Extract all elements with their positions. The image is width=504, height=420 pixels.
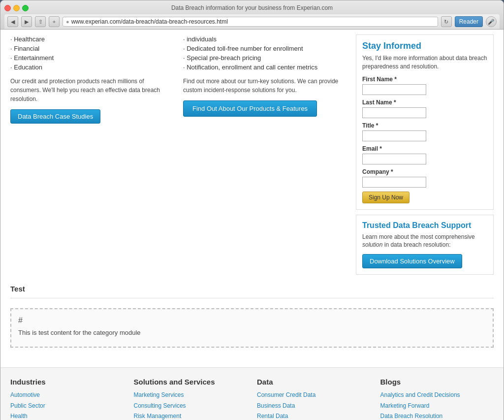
middle-description: Find out more about our turn-key solutio… xyxy=(183,77,344,95)
blogs-title: Blogs xyxy=(380,378,494,386)
minimize-dot[interactable] xyxy=(13,5,20,11)
list-item: Special pre-breach pricing xyxy=(183,53,344,63)
data-title: Data xyxy=(257,378,371,386)
page-title: Data Breach information for your busines… xyxy=(171,4,333,11)
company-input[interactable] xyxy=(362,177,426,188)
list-item: Healthcare xyxy=(10,34,171,44)
footer-industries: Industries Automotive Public Sector Heal… xyxy=(10,378,124,420)
list-item: Financial xyxy=(10,44,171,53)
list-item: Education xyxy=(10,63,171,72)
footer-grid: Industries Automotive Public Sector Heal… xyxy=(10,378,494,420)
left-description: Our credit and protection products reach… xyxy=(10,77,171,103)
last-name-label: Last Name * xyxy=(362,99,487,106)
footer-link[interactable]: Business Data xyxy=(257,401,371,412)
test-divider xyxy=(10,298,494,298)
footer-link[interactable]: Public Sector xyxy=(10,401,124,412)
title-input[interactable] xyxy=(362,130,426,141)
audio-button[interactable]: 🎤 xyxy=(486,16,497,27)
browser-titlebar: Data Breach information for your busines… xyxy=(4,4,500,11)
email-group: Email * xyxy=(362,145,487,164)
list-item: Dedicated toll-free number for enrollmen… xyxy=(183,44,344,53)
url-text: www.experian.com/data-breach/data-breach… xyxy=(71,18,228,25)
stay-informed-desc: Yes, I'd like more information about dat… xyxy=(362,54,487,71)
middle-column: individuals Dedicated toll-free number f… xyxy=(183,34,348,275)
list-item: individuals xyxy=(183,34,344,44)
company-label: Company * xyxy=(362,168,487,175)
footer-link[interactable]: Marketing Services xyxy=(134,390,248,401)
footer-link[interactable]: Consulting Services xyxy=(134,401,248,412)
industries-title: Industries xyxy=(10,378,124,386)
title-label: Title * xyxy=(362,122,487,129)
browser-toolbar: ◀ ▶ ⇧ + ● www.experian.com/data-breach/d… xyxy=(4,14,500,29)
left-column: Healthcare Financial Entertainment Educa… xyxy=(10,34,176,275)
footer-data: Data Consumer Credit Data Business Data … xyxy=(257,378,371,420)
footer-blogs: Blogs Analytics and Credit Decisions Mar… xyxy=(380,378,494,420)
maximize-dot[interactable] xyxy=(22,5,29,11)
company-group: Company * xyxy=(362,168,487,188)
refresh-button[interactable]: ↻ xyxy=(441,16,452,27)
test-box: # This is test content for the category … xyxy=(10,308,494,348)
main-content: Healthcare Financial Entertainment Educa… xyxy=(0,30,504,367)
last-name-group: Last Name * xyxy=(362,99,487,118)
browser-chrome: Data Breach information for your busines… xyxy=(0,0,504,30)
signup-button[interactable]: Sign Up Now xyxy=(362,192,410,203)
stay-informed-box: Stay Informed Yes, I'd like more informa… xyxy=(356,34,494,210)
url-icon: ● xyxy=(66,19,69,25)
trusted-text: Learn more about the most comprehensive … xyxy=(362,233,487,250)
left-bullet-list: Healthcare Financial Entertainment Educa… xyxy=(10,34,171,72)
footer-link[interactable]: Automotive xyxy=(10,390,124,401)
new-tab-button[interactable]: + xyxy=(49,16,60,27)
footer-solutions: Solutions and Services Marketing Service… xyxy=(134,378,248,420)
footer-link[interactable]: Data Breach Resolution xyxy=(380,411,494,420)
download-solutions-button[interactable]: Download Solutions Overview xyxy=(362,254,462,268)
case-studies-button[interactable]: Data Breach Case Studies xyxy=(10,109,100,124)
solutions-title: Solutions and Services xyxy=(134,378,248,386)
close-dot[interactable] xyxy=(4,5,11,11)
footer: Industries Automotive Public Sector Heal… xyxy=(0,367,504,420)
footer-link[interactable]: Rental Data xyxy=(257,411,371,420)
hash-symbol: # xyxy=(18,316,486,325)
email-input[interactable] xyxy=(362,154,426,164)
content-grid: Healthcare Financial Entertainment Educa… xyxy=(10,34,494,275)
first-name-input[interactable] xyxy=(362,84,426,95)
email-label: Email * xyxy=(362,145,487,152)
url-bar[interactable]: ● www.experian.com/data-breach/data-brea… xyxy=(63,17,438,27)
footer-link[interactable]: Risk Management xyxy=(134,411,248,420)
footer-link[interactable]: Health xyxy=(10,411,124,420)
right-sidebar: Stay Informed Yes, I'd like more informa… xyxy=(356,34,494,275)
trusted-section: Trusted Data Breach Support Learn more a… xyxy=(356,215,494,275)
stay-informed-title: Stay Informed xyxy=(362,41,487,51)
middle-bullet-list: individuals Dedicated toll-free number f… xyxy=(183,34,344,72)
forward-button[interactable]: ▶ xyxy=(21,16,32,27)
list-item: Entertainment xyxy=(10,53,171,63)
footer-link[interactable]: Marketing Forward xyxy=(380,401,494,412)
features-button[interactable]: Find Out About Our Products & Features xyxy=(183,100,317,117)
first-name-label: First Name * xyxy=(362,76,487,83)
list-item: Notification, enrollment and call center… xyxy=(183,63,344,72)
last-name-input[interactable] xyxy=(362,107,426,118)
first-name-group: First Name * xyxy=(362,76,487,95)
test-section-title: Test xyxy=(10,285,494,293)
back-button[interactable]: ◀ xyxy=(7,16,18,27)
trusted-title: Trusted Data Breach Support xyxy=(362,221,487,230)
page-wrapper: Healthcare Financial Entertainment Educa… xyxy=(0,30,504,420)
reader-button[interactable]: Reader xyxy=(455,16,483,27)
test-section: Test # This is test content for the cate… xyxy=(10,285,494,348)
test-content-text: This is test content for the category mo… xyxy=(18,329,486,336)
footer-link[interactable]: Consumer Credit Data xyxy=(257,390,371,401)
browser-dots xyxy=(4,5,29,11)
footer-link[interactable]: Analytics and Credit Decisions xyxy=(380,390,494,401)
share-button[interactable]: ⇧ xyxy=(35,16,46,27)
title-group: Title * xyxy=(362,122,487,141)
